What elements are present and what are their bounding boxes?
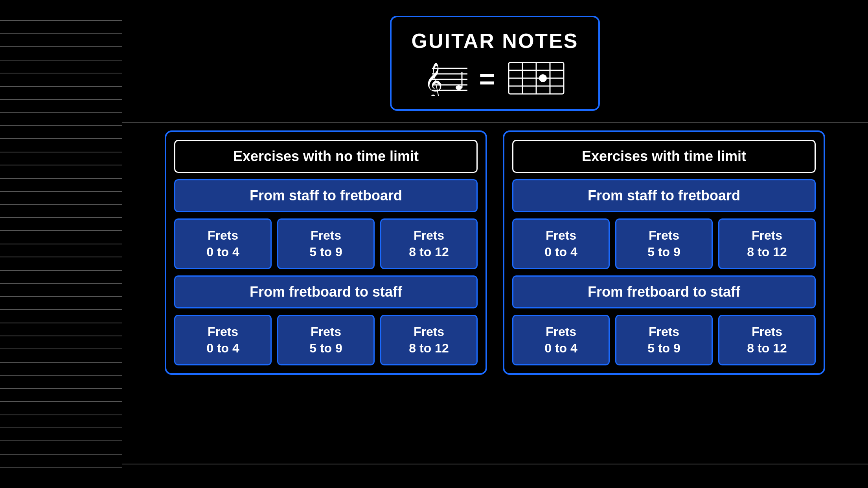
staff-line — [0, 125, 122, 126]
fret-0-4-btn-3[interactable]: Frets0 to 4 — [174, 315, 272, 365]
fret-8-12-btn-2[interactable]: Frets8 to 12 — [718, 218, 816, 269]
staff-line — [0, 191, 122, 192]
staff-line — [0, 138, 122, 139]
staff-line — [0, 165, 122, 165]
staff-line — [0, 401, 122, 402]
fret-8-12-btn-4[interactable]: Frets8 to 12 — [718, 315, 816, 365]
staff-notation-icon: 𝄞 — [424, 61, 467, 97]
fret-5-9-btn-2[interactable]: Frets5 to 9 — [615, 218, 713, 269]
staff-line — [0, 283, 122, 284]
frets-row-fretboard-2: Frets0 to 4 Frets5 to 9 Frets8 to 12 — [512, 315, 816, 365]
staff-line — [0, 73, 122, 73]
fretboard-to-staff-label-1[interactable]: From fretboard to staff — [174, 275, 478, 308]
frets-row-fretboard-1: Frets0 to 4 Frets5 to 9 Frets8 to 12 — [174, 315, 478, 365]
staff-line — [0, 309, 122, 310]
fret-8-12-btn-1[interactable]: Frets8 to 12 — [380, 218, 478, 269]
fret-5-9-btn-3[interactable]: Frets5 to 9 — [277, 315, 375, 365]
staff-line — [0, 323, 122, 323]
fret-0-4-btn-4[interactable]: Frets0 to 4 — [512, 315, 610, 365]
staff-line — [0, 415, 122, 415]
no-time-limit-title: Exercises with no time limit — [174, 140, 478, 173]
equals-icon: = — [479, 65, 495, 93]
staff-line — [0, 244, 122, 244]
fret-0-4-btn-2[interactable]: Frets0 to 4 — [512, 218, 610, 269]
staff-line — [0, 217, 122, 218]
svg-text:𝄞: 𝄞 — [424, 63, 443, 96]
staff-to-fretboard-label-2[interactable]: From staff to fretboard — [512, 179, 816, 212]
staff-line — [0, 336, 122, 336]
fretboard-to-staff-label-2[interactable]: From fretboard to staff — [512, 275, 816, 308]
svg-point-6 — [456, 85, 462, 90]
frets-row-staff-2: Frets0 to 4 Frets5 to 9 Frets8 to 12 — [512, 218, 816, 269]
staff-line — [0, 20, 122, 21]
header-box: GUITAR NOTES 𝄞 — [390, 16, 600, 111]
staff-line — [0, 362, 122, 363]
staff-lines-decoration — [0, 0, 122, 488]
exercises-row: Exercises with no time limit From staff … — [145, 130, 844, 375]
staff-line — [0, 440, 122, 441]
staff-line — [0, 349, 122, 349]
no-time-limit-panel: Exercises with no time limit From staff … — [165, 130, 487, 375]
staff-line — [0, 230, 122, 231]
main-content: GUITAR NOTES 𝄞 — [122, 0, 868, 488]
staff-line — [0, 388, 122, 389]
fret-0-4-btn-1[interactable]: Frets0 to 4 — [174, 218, 272, 269]
staff-line — [0, 33, 122, 34]
staff-line — [0, 152, 122, 152]
time-limit-title: Exercises with time limit — [512, 140, 816, 173]
staff-line — [0, 257, 122, 257]
frets-row-staff-1: Frets0 to 4 Frets5 to 9 Frets8 to 12 — [174, 218, 478, 269]
staff-line — [0, 467, 122, 468]
staff-line — [0, 178, 122, 179]
staff-line — [0, 99, 122, 100]
fret-5-9-btn-1[interactable]: Frets5 to 9 — [277, 218, 375, 269]
fret-8-12-btn-3[interactable]: Frets8 to 12 — [380, 315, 478, 365]
staff-to-fretboard-label-1[interactable]: From staff to fretboard — [174, 179, 478, 212]
time-limit-panel: Exercises with time limit From staff to … — [503, 130, 825, 375]
staff-line — [0, 427, 122, 428]
fretboard-icon — [507, 61, 566, 97]
staff-line — [0, 270, 122, 271]
fret-5-9-btn-4[interactable]: Frets5 to 9 — [615, 315, 713, 365]
staff-line — [0, 375, 122, 376]
header-icons: 𝄞 = — [424, 61, 566, 97]
staff-line — [0, 60, 122, 61]
app-title: GUITAR NOTES — [411, 29, 578, 53]
staff-line — [0, 454, 122, 455]
staff-line — [0, 46, 122, 47]
staff-line — [0, 204, 122, 205]
staff-line — [0, 86, 122, 87]
staff-line — [0, 112, 122, 113]
staff-line — [0, 296, 122, 297]
svg-point-15 — [539, 74, 547, 82]
